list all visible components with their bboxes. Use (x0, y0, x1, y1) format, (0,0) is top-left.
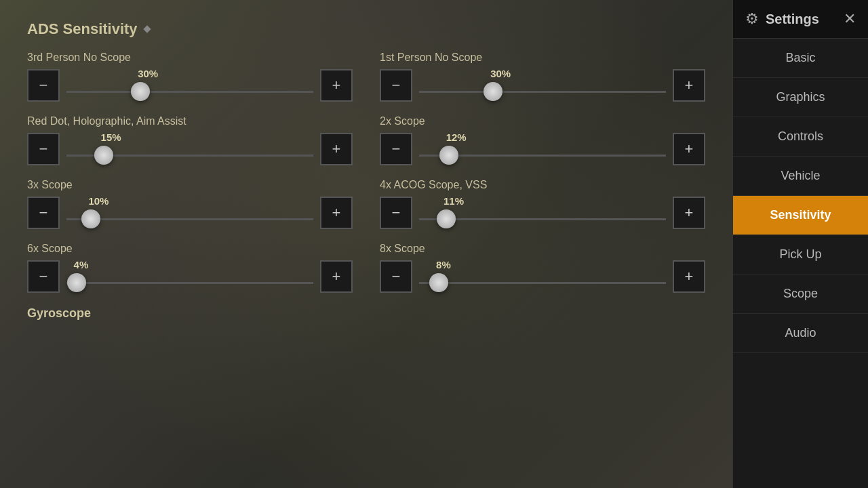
slider-label-first-person-no-scope: 1st Person No Scope (380, 52, 705, 64)
slider-thumb-third-person-no-scope[interactable] (131, 82, 150, 101)
slider-thumb-red-dot[interactable] (94, 146, 113, 165)
slider-group-4x-acog: 4x ACOG Scope, VSS−11%+ (380, 179, 705, 229)
minus-button-3x-scope[interactable]: − (27, 197, 60, 229)
bottom-section: Gyroscope (27, 306, 705, 321)
slider-track-first-person-no-scope[interactable] (419, 91, 666, 93)
slider-group-red-dot: Red Dot, Holographic, Aim Assist−15%+ (27, 115, 353, 165)
slider-track-red-dot[interactable] (66, 155, 313, 157)
close-icon[interactable]: ✕ (844, 10, 856, 28)
slider-row-6x-scope: −4%+ (27, 260, 353, 293)
slider-value-red-dot: 15% (101, 131, 121, 143)
slider-label-third-person-no-scope: 3rd Person No Scope (27, 52, 353, 64)
settings-title: Settings (766, 12, 819, 27)
plus-button-8x-scope[interactable]: + (673, 260, 705, 293)
slider-label-8x-scope: 8x Scope (380, 243, 705, 255)
slider-label-2x-scope: 2x Scope (380, 115, 705, 127)
slider-value-6x-scope: 4% (74, 259, 89, 270)
plus-button-third-person-no-scope[interactable]: + (320, 69, 353, 102)
minus-button-8x-scope[interactable]: − (380, 260, 412, 293)
slider-container-red-dot: 15% (66, 133, 313, 165)
main-panel: ADS Sensitivity 3rd Person No Scope−30%+… (0, 0, 732, 488)
slider-group-third-person-no-scope: 3rd Person No Scope−30%+ (27, 52, 353, 102)
slider-thumb-8x-scope[interactable] (429, 273, 448, 292)
minus-button-first-person-no-scope[interactable]: − (380, 69, 412, 102)
plus-button-4x-acog[interactable]: + (673, 197, 705, 229)
slider-value-first-person-no-scope: 30% (490, 68, 511, 79)
bottom-section-title: Gyroscope (27, 306, 705, 321)
sidebar-item-pickup[interactable]: Pick Up (733, 235, 868, 274)
sidebar-items-container: BasicGraphicsControlsVehicleSensitivityP… (733, 39, 868, 353)
slider-thumb-4x-acog[interactable] (437, 209, 456, 228)
plus-button-3x-scope[interactable]: + (320, 197, 353, 229)
slider-track-4x-acog[interactable] (419, 218, 666, 220)
slider-row-red-dot: −15%+ (27, 133, 353, 165)
slider-label-red-dot: Red Dot, Holographic, Aim Assist (27, 115, 353, 127)
slider-container-first-person-no-scope: 30% (419, 69, 666, 102)
slider-value-8x-scope: 8% (436, 259, 451, 270)
section-title-text: ADS Sensitivity (27, 20, 138, 38)
slider-value-3x-scope: 10% (88, 195, 108, 207)
slider-container-8x-scope: 8% (419, 260, 666, 293)
settings-icon: ⚙ (745, 10, 759, 28)
slider-track-2x-scope[interactable] (419, 155, 666, 157)
slider-row-8x-scope: −8%+ (380, 260, 705, 293)
slider-row-2x-scope: −12%+ (380, 133, 705, 165)
plus-button-2x-scope[interactable]: + (673, 133, 705, 165)
slider-label-4x-acog: 4x ACOG Scope, VSS (380, 179, 705, 191)
plus-button-first-person-no-scope[interactable]: + (673, 69, 705, 102)
slider-value-2x-scope: 12% (446, 131, 467, 143)
minus-button-red-dot[interactable]: − (27, 133, 60, 165)
sidebar-item-sensitivity[interactable]: Sensitivity (733, 196, 868, 235)
slider-thumb-first-person-no-scope[interactable] (484, 82, 502, 101)
sidebar-item-graphics[interactable]: Graphics (733, 78, 868, 117)
sidebar: ⚙ Settings ✕ BasicGraphicsControlsVehicl… (732, 0, 868, 488)
slider-row-4x-acog: −11%+ (380, 197, 705, 229)
sidebar-item-vehicle[interactable]: Vehicle (733, 157, 868, 196)
sidebar-item-basic[interactable]: Basic (733, 39, 868, 78)
slider-value-4x-acog: 11% (443, 195, 464, 207)
slider-container-third-person-no-scope: 30% (66, 69, 313, 102)
slider-thumb-3x-scope[interactable] (81, 209, 100, 228)
slider-group-6x-scope: 6x Scope−4%+ (27, 243, 353, 293)
slider-container-6x-scope: 4% (66, 260, 313, 293)
section-title: ADS Sensitivity (27, 20, 705, 38)
slider-container-4x-acog: 11% (419, 197, 666, 229)
slider-track-third-person-no-scope[interactable] (66, 91, 313, 93)
slider-track-6x-scope[interactable] (66, 282, 313, 284)
slider-container-2x-scope: 12% (419, 133, 666, 165)
slider-group-first-person-no-scope: 1st Person No Scope−30%+ (380, 52, 705, 102)
slider-group-8x-scope: 8x Scope−8%+ (380, 243, 705, 293)
slider-group-3x-scope: 3x Scope−10%+ (27, 179, 353, 229)
slider-label-3x-scope: 3x Scope (27, 179, 353, 191)
minus-button-6x-scope[interactable]: − (27, 260, 60, 293)
minus-button-4x-acog[interactable]: − (380, 197, 412, 229)
slider-container-3x-scope: 10% (66, 197, 313, 229)
slider-thumb-6x-scope[interactable] (67, 273, 86, 292)
slider-track-8x-scope[interactable] (419, 282, 666, 284)
slider-row-third-person-no-scope: −30%+ (27, 69, 353, 102)
sidebar-header: ⚙ Settings ✕ (733, 0, 868, 39)
slider-track-3x-scope[interactable] (66, 218, 313, 220)
slider-label-6x-scope: 6x Scope (27, 243, 353, 255)
slider-value-third-person-no-scope: 30% (138, 68, 158, 79)
sidebar-item-scope[interactable]: Scope (733, 274, 868, 314)
sidebar-header-left: ⚙ Settings (745, 10, 819, 28)
slider-row-first-person-no-scope: −30%+ (380, 69, 705, 102)
bottom-section-title-text: Gyroscope (27, 306, 91, 321)
sidebar-item-audio[interactable]: Audio (733, 314, 868, 353)
sidebar-item-controls[interactable]: Controls (733, 117, 868, 157)
sliders-grid: 3rd Person No Scope−30%+1st Person No Sc… (27, 52, 705, 293)
minus-button-2x-scope[interactable]: − (380, 133, 412, 165)
slider-thumb-2x-scope[interactable] (439, 146, 458, 165)
plus-button-6x-scope[interactable]: + (320, 260, 353, 293)
slider-row-3x-scope: −10%+ (27, 197, 353, 229)
diamond-icon (143, 25, 151, 33)
minus-button-third-person-no-scope[interactable]: − (27, 69, 60, 102)
plus-button-red-dot[interactable]: + (320, 133, 353, 165)
slider-group-2x-scope: 2x Scope−12%+ (380, 115, 705, 165)
